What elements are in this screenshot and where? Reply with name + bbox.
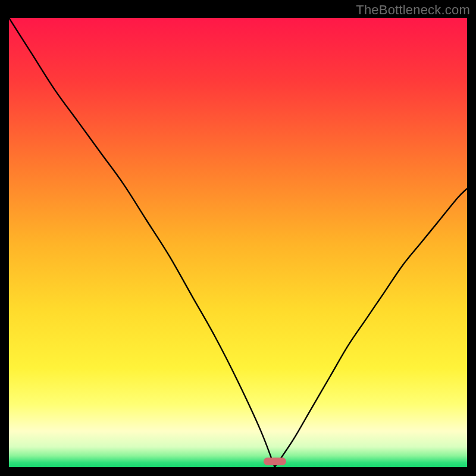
chart-frame: TheBottleneck.com bbox=[0, 0, 476, 476]
plot-area bbox=[9, 18, 467, 467]
curve-minimum-marker bbox=[264, 458, 286, 465]
plot-svg bbox=[9, 18, 467, 467]
watermark-text: TheBottleneck.com bbox=[356, 2, 470, 18]
gradient-background bbox=[9, 18, 467, 467]
